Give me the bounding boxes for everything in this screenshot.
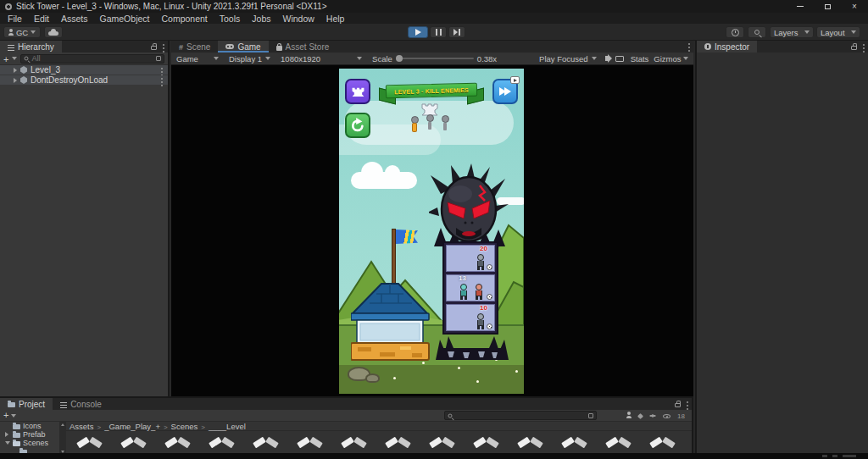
tree-item-icons[interactable]: Icons bbox=[0, 422, 59, 430]
collapse-caret-icon[interactable] bbox=[5, 441, 10, 445]
expand-caret-icon[interactable] bbox=[14, 68, 17, 73]
folder-icon bbox=[8, 402, 15, 407]
lock-icon[interactable] bbox=[851, 46, 857, 50]
scene-asset-icon[interactable] bbox=[75, 434, 105, 451]
bomb-icon bbox=[487, 324, 492, 329]
scene-asset-icon[interactable] bbox=[604, 434, 634, 451]
scene-asset-icon[interactable] bbox=[207, 434, 237, 451]
lock-icon[interactable] bbox=[151, 46, 157, 50]
hierarchy-item-level3[interactable]: Level_3 bbox=[0, 65, 168, 75]
vsync-icon[interactable] bbox=[615, 56, 624, 62]
hierarchy-search-input[interactable] bbox=[31, 54, 153, 63]
lock-icon[interactable] bbox=[675, 403, 681, 407]
scene-asset-icon[interactable] bbox=[471, 434, 502, 451]
scene-asset-icon[interactable] bbox=[119, 434, 149, 451]
kebab-menu-icon[interactable] bbox=[863, 47, 865, 49]
add-object-button[interactable] bbox=[3, 51, 8, 66]
create-asset-button[interactable] bbox=[3, 411, 8, 420]
undo-history-button[interactable] bbox=[726, 26, 744, 38]
bomb-icon bbox=[487, 264, 492, 270]
menu-edit[interactable]: Edit bbox=[28, 14, 55, 24]
tab-game[interactable]: Game bbox=[218, 41, 268, 53]
kebab-menu-icon[interactable] bbox=[163, 47, 164, 49]
player-house bbox=[351, 282, 436, 362]
expand-caret-icon[interactable] bbox=[5, 432, 8, 437]
menu-assets[interactable]: Assets bbox=[55, 14, 94, 24]
breadcrumb-gameplay[interactable]: _Game_Play_+ bbox=[104, 422, 160, 431]
search-by-label-icon[interactable] bbox=[637, 412, 643, 418]
hierarchy-item-dontdestroyonload[interactable]: DontDestroyOnLoad bbox=[0, 75, 168, 85]
hidden-packages-icon[interactable] bbox=[663, 414, 670, 418]
project-search-input[interactable] bbox=[455, 411, 586, 421]
tree-item-scenes[interactable]: Scenes bbox=[0, 439, 59, 447]
search-by-type-icon[interactable] bbox=[626, 416, 632, 418]
play-button[interactable] bbox=[408, 26, 428, 38]
render-target-dropdown[interactable]: Game bbox=[171, 53, 224, 64]
gizmos-dropdown[interactable]: Gizmos bbox=[654, 54, 681, 64]
scene-asset-icon[interactable] bbox=[163, 434, 193, 451]
breadcrumb-scenes[interactable]: Scenes bbox=[171, 422, 198, 431]
scroll-up-icon[interactable] bbox=[61, 423, 64, 426]
display-dropdown[interactable]: Display 1 bbox=[224, 53, 275, 64]
tree-item-prefab[interactable]: Prefab bbox=[0, 430, 59, 439]
restart-button[interactable] bbox=[345, 113, 370, 138]
tab-asset-store[interactable]: Asset Store bbox=[269, 41, 337, 53]
account-dropdown[interactable]: GC bbox=[3, 26, 41, 38]
breadcrumb: Assets _Game_Play_+ Scenes ____Level bbox=[66, 422, 692, 431]
pause-button[interactable] bbox=[430, 26, 447, 38]
menu-file[interactable]: File bbox=[2, 14, 28, 24]
menu-gameobject[interactable]: GameObject bbox=[94, 14, 156, 24]
expand-caret-icon[interactable] bbox=[14, 78, 17, 83]
menu-window[interactable]: Window bbox=[276, 14, 320, 24]
breadcrumb-level[interactable]: ____Level bbox=[209, 422, 246, 431]
scene-asset-icon[interactable] bbox=[515, 434, 546, 451]
close-button[interactable]: × bbox=[841, 0, 868, 13]
cloud-button[interactable] bbox=[44, 26, 63, 38]
layers-dropdown[interactable]: Layers bbox=[770, 26, 814, 38]
castle-icon bbox=[351, 86, 365, 98]
breadcrumb-assets[interactable]: Assets bbox=[70, 422, 94, 431]
tab-console[interactable]: Console bbox=[53, 398, 109, 410]
play-focused-dropdown[interactable]: Play Focused bbox=[534, 53, 602, 64]
tower-menu-button[interactable] bbox=[345, 79, 370, 104]
scene-asset-icon[interactable] bbox=[251, 434, 281, 451]
tree-scrollbar[interactable] bbox=[59, 422, 66, 455]
mute-audio-icon[interactable] bbox=[605, 56, 609, 61]
pick-filter-icon[interactable] bbox=[156, 56, 161, 61]
menu-tools[interactable]: Tools bbox=[214, 14, 247, 24]
scale-slider-knob[interactable] bbox=[396, 55, 403, 62]
tab-inspector[interactable]: Inspector bbox=[697, 41, 757, 53]
minimize-button[interactable] bbox=[787, 0, 814, 13]
maximize-button[interactable] bbox=[814, 0, 841, 13]
layout-dropdown[interactable]: Layout bbox=[816, 26, 860, 38]
scene-asset-icon[interactable] bbox=[295, 434, 326, 451]
menu-jobs[interactable]: Jobs bbox=[246, 14, 276, 24]
stats-button[interactable]: Stats bbox=[631, 54, 649, 64]
step-button[interactable] bbox=[448, 26, 465, 38]
menu-help[interactable]: Help bbox=[320, 14, 351, 24]
scale-slider[interactable] bbox=[396, 58, 474, 59]
kebab-menu-icon[interactable] bbox=[687, 405, 688, 406]
kebab-menu-icon[interactable] bbox=[161, 81, 163, 83]
search-options-icon[interactable] bbox=[588, 413, 593, 418]
menu-component[interactable]: Component bbox=[155, 14, 213, 24]
tab-project[interactable]: Project bbox=[0, 398, 53, 410]
hierarchy-search-field[interactable] bbox=[20, 54, 164, 64]
scene-asset-icon[interactable] bbox=[648, 434, 678, 451]
resolution-dropdown[interactable]: 1080x1920 bbox=[275, 53, 367, 64]
skip-level-button[interactable] bbox=[492, 79, 518, 104]
game-render[interactable]: 20 13 bbox=[339, 69, 524, 394]
project-search-field[interactable] bbox=[444, 411, 597, 420]
scene-asset-icon[interactable] bbox=[559, 434, 590, 451]
tab-scene[interactable]: Scene bbox=[171, 41, 218, 53]
scene-asset-icon[interactable] bbox=[427, 434, 458, 451]
scene-asset-icon[interactable] bbox=[339, 434, 370, 451]
enemy-tower-base bbox=[434, 333, 510, 360]
save-search-icon[interactable] bbox=[649, 414, 656, 417]
kebab-menu-icon[interactable] bbox=[161, 71, 163, 73]
search-button[interactable] bbox=[748, 26, 766, 38]
banner-ribbon: LEVEL 3 - KILL ENEMIES bbox=[386, 83, 477, 99]
scene-asset-icon[interactable] bbox=[383, 434, 414, 451]
tab-hierarchy[interactable]: Hierarchy bbox=[0, 41, 62, 53]
kebab-menu-icon[interactable] bbox=[688, 47, 690, 48]
